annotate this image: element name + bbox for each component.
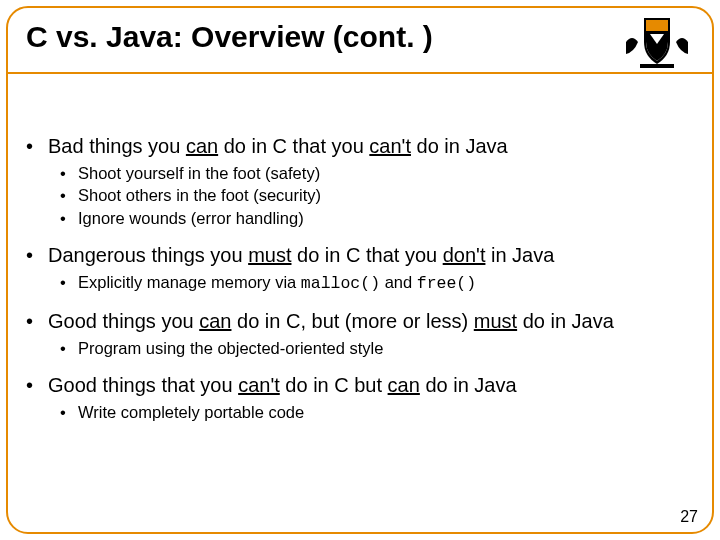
emphasis-can: can (388, 374, 420, 396)
emphasis-can: can (186, 135, 218, 157)
emphasis-dont: don't (443, 244, 486, 266)
slide-content: • Bad things you can do in C that you ca… (26, 120, 694, 424)
page-number: 27 (680, 508, 698, 526)
text: do in C, but (more or less) (231, 310, 473, 332)
text: Shoot yourself in the foot (safety) (78, 162, 320, 184)
text: Explicitly manage memory via (78, 273, 301, 291)
bullet-good-things-java: • Good things that you can't do in C but… (26, 373, 694, 397)
sub-bullet: •Write completely portable code (60, 401, 694, 423)
princeton-shield-logo (620, 14, 694, 70)
text: do in Java (420, 374, 517, 396)
emphasis-cant: can't (369, 135, 411, 157)
sub-bullet: • Explicitly manage memory via malloc() … (60, 271, 694, 295)
text: do in Java (517, 310, 614, 332)
text: do in C but (280, 374, 388, 396)
text: Good things that you (48, 374, 238, 396)
text: and (380, 273, 417, 291)
sub-bullet: •Shoot yourself in the foot (safety) (60, 162, 694, 184)
code-malloc: malloc() (301, 274, 380, 293)
text: Shoot others in the foot (security) (78, 184, 321, 206)
bullet-dangerous-things: • Dangerous things you must do in C that… (26, 243, 694, 267)
emphasis-must: must (474, 310, 517, 332)
text: Bad things you (48, 135, 186, 157)
text: Dangerous things you (48, 244, 248, 266)
bullet-good-things-c: • Good things you can do in C, but (more… (26, 309, 694, 333)
sub-bullet: •Program using the objected-oriented sty… (60, 337, 694, 359)
title-divider (8, 72, 712, 74)
bullet-bad-things: • Bad things you can do in C that you ca… (26, 134, 694, 158)
emphasis-must: must (248, 244, 291, 266)
svg-rect-1 (640, 64, 674, 68)
sub-bullet: •Ignore wounds (error handling) (60, 207, 694, 229)
emphasis-cant: can't (238, 374, 280, 396)
text: do in Java (411, 135, 508, 157)
text: do in C that you (291, 244, 442, 266)
text: Good things you (48, 310, 199, 332)
emphasis-can: can (199, 310, 231, 332)
text: Program using the objected-oriented styl… (78, 337, 383, 359)
text: do in C that you (218, 135, 369, 157)
text: Ignore wounds (error handling) (78, 207, 304, 229)
slide-title: C vs. Java: Overview (cont. ) (26, 20, 433, 54)
svg-rect-0 (646, 20, 668, 31)
text: Write completely portable code (78, 401, 304, 423)
code-free: free() (417, 274, 476, 293)
sub-bullet: •Shoot others in the foot (security) (60, 184, 694, 206)
text: in Java (485, 244, 554, 266)
